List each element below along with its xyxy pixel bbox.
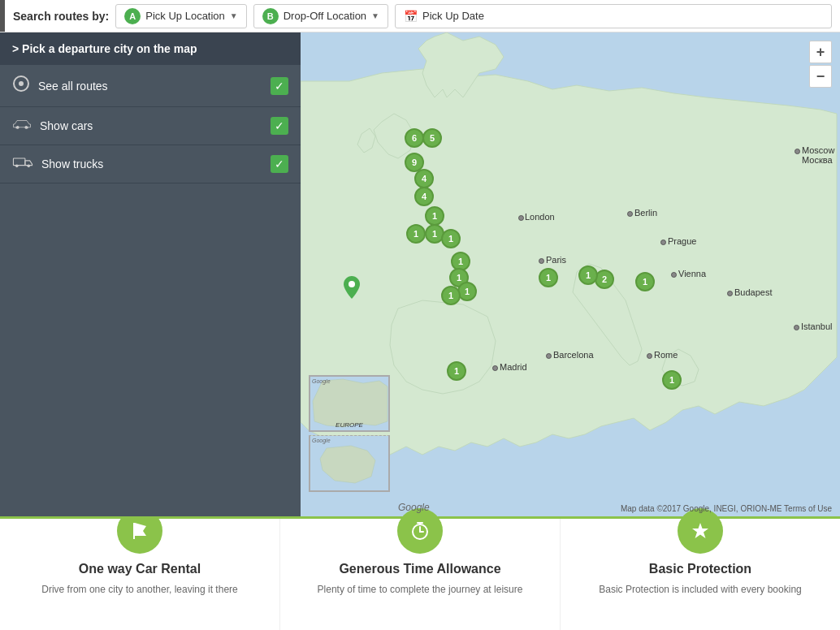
city-label-rome: Rome [654, 350, 678, 360]
city-dot-moscow [795, 149, 800, 154]
city-dot-paris [539, 258, 544, 264]
city-label-prague: Prague [668, 236, 696, 246]
cluster-4b[interactable]: 4 [414, 187, 434, 206]
protection-icon-circle [678, 508, 723, 554]
cluster-1b[interactable]: 1 [406, 224, 426, 244]
sidebar: > Pick a departure city on the map See a… [0, 32, 301, 516]
dropoff-label: Drop-Off Location [284, 10, 366, 22]
pickup-location-btn[interactable]: A Pick Up Location ▼ [115, 4, 246, 28]
map-pin [344, 276, 360, 302]
footer: One way Car Rental Drive from one city t… [0, 516, 840, 630]
city-label-berlin: Berlin [634, 208, 657, 218]
feature-card-one-way: One way Car Rental Drive from one city t… [0, 519, 280, 630]
map-attribution: Map data ©2017 Google, INEGI, ORION-ME T… [621, 504, 832, 513]
pickup-date-btn[interactable]: 📅 Pick Up Date [395, 4, 832, 28]
time-icon-circle [397, 508, 443, 554]
circle-b: B [262, 8, 279, 24]
city-label-budapest: Budapest [734, 287, 772, 297]
one-way-title: One way Car Rental [79, 562, 201, 576]
cluster-1d[interactable]: 1 [441, 229, 461, 248]
svg-point-1 [19, 81, 24, 86]
city-label-london: London [525, 212, 555, 222]
circle-a: A [124, 8, 141, 24]
svg-rect-11 [133, 523, 135, 539]
cluster-1j[interactable]: 1 [578, 265, 598, 285]
city-label-vienna: Vienna [678, 269, 706, 278]
cluster-6[interactable]: 6 [405, 128, 424, 148]
show-cars-checkbox[interactable]: ✓ [271, 117, 288, 135]
car-icon [12, 118, 32, 134]
city-label-paris: Paris [546, 255, 566, 265]
city-dot-berlin [627, 211, 633, 217]
routes-icon [12, 75, 30, 97]
cluster-1h[interactable]: 1 [457, 282, 477, 301]
cluster-1m[interactable]: 1 [662, 370, 682, 390]
show-trucks-label: Show trucks [41, 158, 262, 170]
time-desc: Plenty of time to complete the journey a… [318, 583, 523, 597]
thumb-google-label: Google [312, 378, 331, 384]
feature-card-protection: Basic Protection Basic Protection is inc… [561, 519, 840, 630]
svg-point-5 [15, 165, 19, 168]
pickup-label: Pick Up Location [145, 10, 225, 22]
city-dot-prague [660, 239, 666, 245]
city-dot-madrid [492, 365, 498, 371]
city-dot-rome [647, 353, 652, 359]
see-all-routes-checkbox[interactable]: ✓ [271, 77, 288, 95]
sidebar-item-show-trucks[interactable]: Show trucks ✓ [0, 145, 301, 183]
city-label-istanbul: Istanbul [801, 321, 833, 331]
cluster-1l[interactable]: 1 [447, 361, 466, 381]
one-way-desc: Drive from one city to another, leaving … [41, 583, 237, 597]
cluster-5[interactable]: 5 [422, 128, 442, 148]
map-thumb-australia[interactable]: Google [309, 435, 390, 492]
sidebar-item-show-cars[interactable]: Show cars ✓ [0, 107, 301, 145]
star-icon [689, 520, 712, 542]
dropoff-chevron-icon: ▼ [371, 11, 379, 20]
cluster-1a[interactable]: 1 [425, 206, 444, 226]
cluster-4a[interactable]: 4 [414, 169, 434, 188]
cluster-1k[interactable]: 1 [635, 272, 655, 291]
city-label-moscow: MoscowМосква [802, 145, 834, 165]
protection-desc: Basic Protection is included with every … [599, 583, 801, 597]
date-label: Pick Up Date [422, 10, 484, 22]
city-dot-budapest [727, 291, 733, 296]
city-dot-vienna [671, 272, 677, 278]
city-dot-london [518, 215, 524, 221]
sidebar-header-label: > Pick a departure city on the map [12, 42, 197, 55]
svg-rect-4 [13, 158, 24, 166]
protection-title: Basic Protection [649, 562, 751, 576]
truck-icon [12, 156, 33, 172]
map-controls: + − [809, 41, 832, 88]
clock-icon [409, 520, 431, 542]
city-label-barcelona: Barcelona [553, 350, 594, 360]
thumb-europe-label: EUROPE [336, 421, 363, 429]
city-label-madrid: Madrid [500, 362, 527, 372]
svg-point-8 [349, 281, 355, 287]
map-google-logo: Google [398, 502, 430, 513]
flag-icon [128, 520, 151, 542]
sidebar-item-see-all-routes[interactable]: See all routes ✓ [0, 65, 301, 107]
show-trucks-checkbox[interactable]: ✓ [271, 155, 288, 173]
sidebar-header: > Pick a departure city on the map [0, 32, 301, 65]
thumb-aus-google: Google [312, 438, 331, 443]
svg-point-2 [16, 126, 19, 129]
map-container[interactable]: London Paris Berlin Prague Vienna Budape… [301, 32, 840, 516]
map-thumbnails: EUROPE Google Google [309, 375, 390, 492]
show-cars-label: Show cars [40, 119, 262, 132]
svg-point-3 [24, 126, 28, 129]
city-dot-barcelona [546, 353, 552, 359]
pickup-chevron-icon: ▼ [230, 11, 238, 20]
time-title: Generous Time Allowance [339, 562, 500, 576]
zoom-out-btn[interactable]: − [809, 65, 832, 88]
cluster-1i[interactable]: 1 [441, 286, 461, 305]
svg-point-6 [27, 165, 30, 168]
cluster-1f[interactable]: 1 [539, 268, 558, 287]
city-dot-istanbul [794, 325, 799, 330]
search-label: Search routes by: [13, 10, 109, 23]
zoom-in-btn[interactable]: + [809, 41, 832, 63]
dropoff-location-btn[interactable]: B Drop-Off Location ▼ [253, 4, 388, 28]
feature-card-time: Generous Time Allowance Plenty of time t… [280, 519, 561, 630]
see-all-routes-label: See all routes [38, 80, 262, 93]
calendar-icon: 📅 [404, 10, 418, 23]
map-thumb-europe[interactable]: EUROPE Google [309, 375, 390, 432]
